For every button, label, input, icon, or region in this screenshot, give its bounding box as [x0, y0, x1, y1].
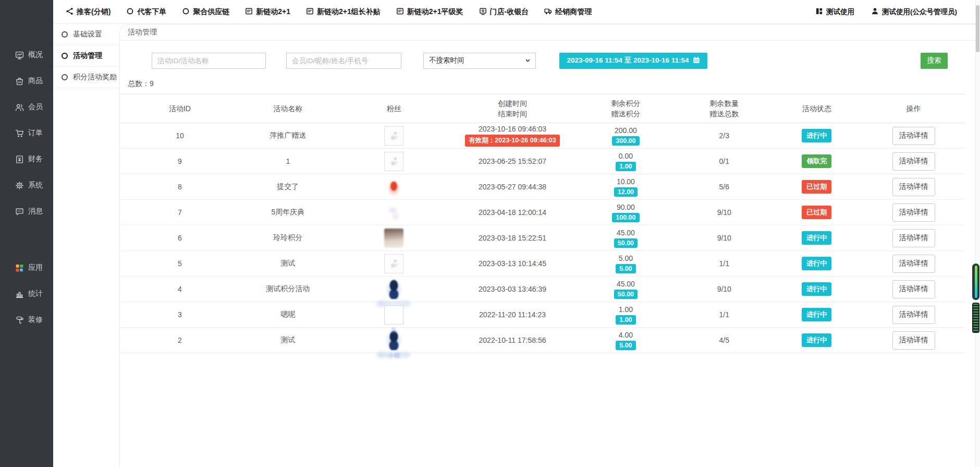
remaining-points: 5.00	[619, 254, 633, 262]
sidebar-item[interactable]: 概况	[0, 42, 53, 68]
action-cell: 活动详情	[863, 306, 964, 324]
date-range-button[interactable]: 2023-09-16 11:54 至 2023-10-16 11:54	[559, 53, 707, 69]
top-nav-item[interactable]: 推客(分销)	[66, 7, 111, 17]
chevron-down-icon	[525, 57, 531, 65]
activity-name: 萍推广赠送	[270, 131, 306, 140]
panel-icon	[245, 7, 253, 17]
column-header: 操作	[863, 103, 964, 114]
status-badge: 领取完	[802, 154, 831, 168]
quantity-cell: 5/6	[678, 183, 770, 191]
status-cell: 已过期	[770, 206, 863, 219]
panel-icon	[306, 7, 314, 17]
time-cell: 2022-11-20 11:14:23	[451, 310, 574, 319]
activity-detail-button[interactable]: 活动详情	[892, 331, 935, 350]
submenu-item[interactable]: 活动管理	[53, 45, 119, 67]
status-cell: 进行中	[770, 282, 863, 296]
submenu-item[interactable]: 积分活动奖励	[53, 67, 119, 88]
sidebar-item[interactable]: 消息	[0, 198, 53, 224]
column-header-line: 粉丝	[337, 103, 451, 114]
table-row: 5测试2023-03-13 10:14:455.005.001/1进行中活动详情	[120, 251, 964, 277]
activity-name: 5周年庆典	[271, 208, 304, 217]
status-cell: 领取完	[770, 154, 863, 168]
top-nav-item[interactable]: 经销商管理	[544, 7, 592, 17]
content-card: 活动管理 不搜索时间 2023-09-16 11:54 至 2023-10-16…	[119, 24, 980, 467]
search-button[interactable]: 搜索	[921, 53, 948, 69]
page-scrollbar[interactable]	[975, 0, 980, 467]
activity-name-cell: 5周年庆典	[239, 208, 337, 217]
truck-icon	[544, 7, 552, 17]
activity-search-input[interactable]	[152, 53, 266, 69]
sidebar-gap	[0, 224, 53, 255]
sidebar-item[interactable]: 统计	[0, 281, 53, 307]
fan-avatar	[384, 280, 403, 299]
activity-detail-button[interactable]: 活动详情	[892, 178, 935, 196]
time-cell: 2023-03-13 10:14:45	[451, 259, 574, 268]
fan-avatar: 先	[384, 305, 403, 325]
time-cell: 2023-03-18 15:22:51	[451, 234, 574, 242]
sidebar-item[interactable]: 系统	[0, 172, 53, 198]
sidebar-item[interactable]: 装修	[0, 307, 53, 333]
status-cell: 进行中	[770, 333, 863, 347]
created-time: 2023-04-18 12:00:14	[479, 208, 546, 217]
table-row: 912023-06-25 15:52:070.001.000/1领取完活动详情	[120, 149, 964, 174]
top-nav-item[interactable]: 门店-收银台	[479, 7, 529, 17]
activity-id: 2	[178, 336, 182, 344]
time-mode-select[interactable]: 不搜索时间	[423, 53, 536, 69]
column-header-line: 结束时间	[451, 109, 574, 119]
activity-detail-button[interactable]: 活动详情	[892, 280, 935, 298]
fan-cell	[337, 229, 451, 248]
total-label: 总数：	[128, 79, 150, 88]
table-row: 4测试积分活动2023-03-03 13:46:3945.0050.009/10…	[120, 277, 964, 302]
submenu-item-label: 基础设置	[73, 30, 102, 39]
goods-icon	[15, 76, 24, 86]
activity-detail-button[interactable]: 活动详情	[892, 229, 935, 247]
status-cell: 进行中	[770, 129, 863, 142]
remaining-points: 90.00	[617, 203, 635, 211]
top-nav-item[interactable]: 新链动2+1平级奖	[396, 7, 463, 17]
activity-detail-button[interactable]: 活动详情	[892, 127, 935, 145]
activity-id: 5	[178, 259, 182, 268]
sidebar-item-label: 商品	[28, 76, 43, 86]
scrollbar-thumb[interactable]	[976, 5, 979, 52]
top-nav-item[interactable]: 新链动2+1	[245, 7, 290, 17]
activity-name-cell: 测试	[239, 259, 337, 268]
sidebar-item[interactable]: 应用	[0, 255, 53, 281]
activity-detail-button[interactable]: 活动详情	[892, 306, 935, 324]
top-nav-label: 新链动2+1	[256, 7, 290, 17]
activity-name: 1	[286, 157, 290, 165]
submenu-item[interactable]: 基础设置	[53, 24, 119, 45]
created-time: 2023-03-18 15:22:51	[479, 234, 546, 242]
topbar-account-item[interactable]: 测试使用(公众号管理员)	[871, 7, 957, 17]
table-row: 3嗯呢先2022-11-20 11:14:231.001.001/1进行中活动详…	[120, 302, 964, 328]
column-header-line: 活动ID	[120, 103, 239, 114]
top-nav-label: 聚合供应链	[193, 7, 229, 17]
column-header-line: 活动状态	[770, 103, 863, 114]
table-row: 2测试小程2022-10-11 17:58:564.005.004/5进行中活动…	[120, 328, 964, 353]
time-cell: 2023-10-16 09:46:03有效期：2023-10-26 09:46:…	[451, 125, 574, 147]
activity-detail-button[interactable]: 活动详情	[892, 255, 935, 273]
activity-detail-button[interactable]: 活动详情	[892, 203, 935, 222]
table-row: 8提交了2023-05-27 09:44:3810.0012.005/6已过期活…	[120, 174, 964, 200]
topbar-account-item[interactable]: 测试使用	[815, 7, 854, 17]
column-header-line: 活动名称	[239, 103, 337, 114]
sidebar-item[interactable]: 订单	[0, 120, 53, 146]
design-icon	[15, 315, 24, 325]
activity-id: 6	[178, 234, 182, 242]
top-nav-item[interactable]: 新链动2+1组长补贴	[306, 7, 381, 17]
top-nav-item[interactable]: 代客下单	[126, 7, 166, 17]
sidebar-item[interactable]: 会员	[0, 94, 53, 120]
table-header: 活动ID活动名称粉丝创建时间结束时间剩余积分赠送积分剩余数量赠送总数活动状态操作	[120, 94, 964, 123]
activity-detail-button[interactable]: 活动详情	[892, 152, 935, 171]
sidebar-item[interactable]: 商品	[0, 68, 53, 94]
member-search-input[interactable]	[286, 53, 401, 69]
gift-points-badge: 12.00	[614, 187, 638, 197]
total-value: 9	[150, 79, 154, 88]
share-icon	[66, 7, 74, 17]
top-nav-item[interactable]: 聚合供应链	[182, 7, 229, 17]
fan-cell: 先	[337, 305, 451, 325]
gift-points-badge: 5.00	[616, 264, 635, 273]
fan-caption: 小程	[388, 351, 400, 360]
fan-cell	[337, 254, 451, 273]
fan-cell	[337, 126, 451, 146]
sidebar-item[interactable]: 财务	[0, 146, 53, 172]
